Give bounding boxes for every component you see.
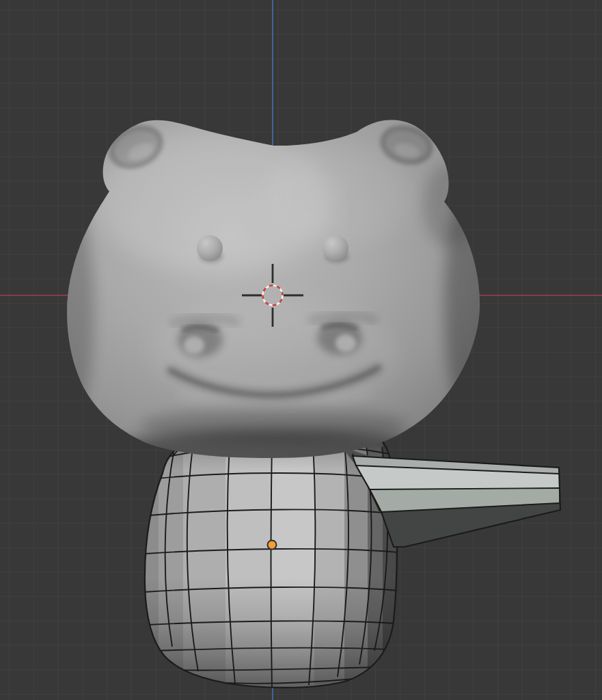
right-nostril [317,321,362,355]
left-nostril [178,323,223,357]
viewport-3d[interactable] [0,0,602,700]
head-forehead-highlight [263,144,413,246]
viewport-canvas[interactable] [0,0,602,700]
left-nostril-bump [184,336,204,354]
right-eye [323,235,348,261]
right-nostril-bump [336,334,356,352]
object-origin-dot[interactable] [268,541,277,550]
body-object[interactable] [145,440,398,688]
chin-shadow [140,407,407,443]
left-eye [197,235,223,261]
